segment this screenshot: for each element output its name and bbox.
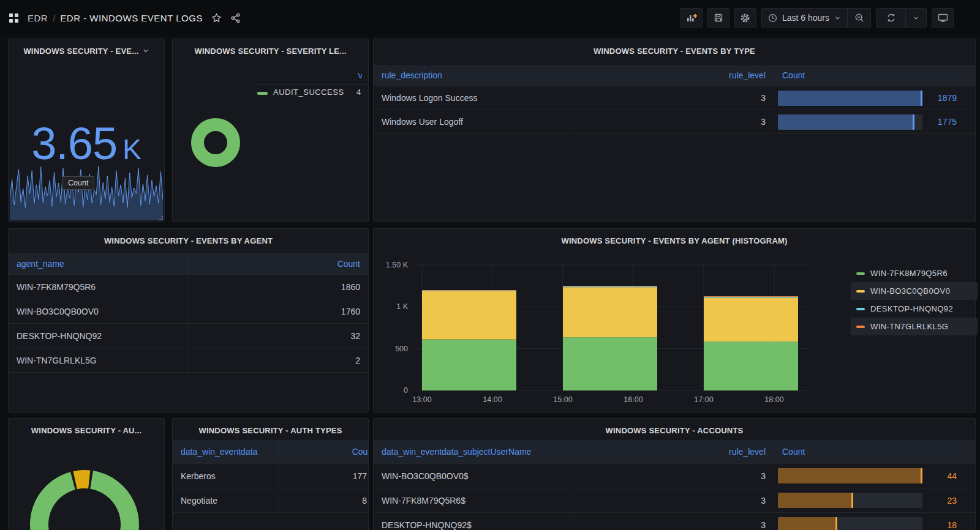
time-range-label: Last 6 hours — [782, 13, 829, 23]
panel-title[interactable]: WINDOWS SECURITY - AUTH TYPES — [173, 419, 368, 442]
accounts-table: data_win_eventdata_subjectUserNamerule_l… — [374, 440, 975, 530]
toolbar: Last 6 hours — [680, 8, 954, 28]
breadcrumb-app[interactable]: EDR — [28, 13, 48, 23]
table-cell: Windows User Logoff — [374, 110, 573, 133]
panel-title[interactable]: WINDOWS SECURITY - EVE... — [9, 39, 164, 62]
table-cell: 32 — [189, 324, 368, 348]
histogram-bar-segment — [422, 291, 516, 340]
table-cell: Windows Logon Success — [374, 86, 573, 110]
bar-gauge-cap — [913, 114, 914, 130]
legend-label: WIN-TN7GLRLKL5G — [870, 322, 948, 331]
legend-header[interactable]: Value — [358, 71, 362, 80]
top-navigation-bar: EDR / EDR - WINDOWS EVENT LOGS — [0, 0, 980, 36]
axis-tick-label: 14:00 — [483, 395, 502, 404]
refresh-button[interactable] — [876, 9, 905, 27]
panel-title[interactable]: WINDOWS SECURITY - EVENTS BY TYPE — [374, 39, 975, 62]
zoom-out-time-button[interactable] — [848, 9, 870, 27]
share-icon[interactable] — [230, 13, 241, 23]
legend-swatch — [856, 308, 865, 310]
legend-swatch — [856, 326, 865, 328]
table-header-row: data_win_eventdataCount — [173, 440, 368, 464]
column-header[interactable]: agent_name — [9, 253, 189, 274]
refresh-controls — [876, 8, 927, 28]
legend-item[interactable]: DESKTOP-HNQNQ92 — [851, 300, 978, 318]
legend-label[interactable]: AUDIT_SUCCESS — [273, 88, 344, 97]
table-row: WIN-7FK8M79Q5R61860 — [9, 275, 368, 299]
dashboard-settings-button[interactable] — [734, 8, 756, 28]
column-header[interactable]: Count — [774, 65, 975, 86]
bar-gauge-track — [778, 468, 922, 483]
axis-tick-label: 1.50 K — [386, 261, 409, 269]
panel-windows-security-severity-levels: WINDOWS SECURITY - SEVERITY LE... Value … — [172, 39, 369, 222]
auth-types-table: data_win_eventdataCountKerberos177Negoti… — [173, 440, 368, 513]
table-cell: WIN-7FK8M79Q5R6 — [9, 275, 189, 299]
breadcrumb-separator: / — [53, 13, 55, 23]
kiosk-mode-button[interactable] — [932, 8, 954, 28]
legend-item[interactable]: WIN-BO3C0QB0OV0 — [851, 282, 978, 300]
panel-title-text: WINDOWS SECURITY - EVENTS BY TYPE — [594, 47, 755, 56]
panel-title[interactable]: WINDOWS SECURITY - ACCOUNTS — [374, 419, 975, 442]
cell-text: 3 — [761, 117, 766, 127]
donut-slice — [198, 125, 234, 161]
table-cell: DESKTOP-HNQNQ92 — [9, 324, 189, 348]
dashboards-grid-icon[interactable] — [9, 13, 19, 23]
breadcrumb-dashboard-title[interactable]: EDR - WINDOWS EVENT LOGS — [60, 13, 203, 23]
bar-gauge-cell: 1879 — [774, 86, 975, 110]
table-row: Negotiate8 — [173, 488, 368, 513]
column-header[interactable]: rule_level — [573, 65, 774, 86]
legend-value: 4 — [356, 88, 361, 97]
histogram-bar-segment — [704, 297, 798, 342]
panel-title[interactable]: WINDOWS SECURITY - SEVERITY LE... — [173, 39, 368, 62]
table-cell: WIN-BO3C0QB0OV0$ — [374, 464, 573, 488]
time-range-picker[interactable]: Last 6 hours — [762, 9, 847, 27]
column-header-label: agent_name — [17, 259, 64, 269]
table-row: Windows Logon Success31879 — [374, 86, 975, 110]
legend-label: WIN-7FK8M79Q5R6 — [870, 269, 948, 278]
chevron-down-icon — [913, 15, 919, 21]
cell-text: DESKTOP-HNQNQ92 — [17, 331, 102, 341]
tooltip: Count — [62, 176, 94, 190]
column-header[interactable]: Count — [189, 253, 368, 274]
refresh-interval-dropdown[interactable] — [906, 9, 926, 27]
legend-item[interactable]: WIN-7FK8M79Q5R6 — [851, 264, 978, 282]
bar-gauge-fill — [778, 114, 914, 130]
panel-windows-security-events-by-agent: WINDOWS SECURITY - EVENTS BY AGENT agent… — [8, 228, 369, 412]
legend-label: DESKTOP-HNQNQ92 — [870, 304, 953, 313]
cell-text: 177 — [353, 471, 367, 481]
legend-item[interactable]: WIN-TN7GLRLKL5G — [851, 318, 978, 335]
favorite-star-icon[interactable] — [211, 13, 222, 23]
panel-windows-security-events-by-type: WINDOWS SECURITY - EVENTS BY TYPE rule_d… — [373, 39, 976, 222]
table-cell: Kerberos — [173, 464, 279, 488]
table-cell: 177 — [279, 464, 368, 488]
histogram-bar-segment — [422, 340, 516, 390]
bar-gauge-fill — [778, 468, 922, 483]
column-header[interactable]: Count — [774, 440, 975, 463]
cell-text: 8 — [362, 496, 367, 506]
histogram-bar-segment — [563, 287, 657, 337]
column-header[interactable]: rule_level — [573, 440, 774, 463]
bar-gauge-cap — [921, 468, 922, 483]
add-panel-button[interactable] — [680, 8, 703, 28]
panel-title[interactable]: WINDOWS SECURITY - AU... — [9, 419, 164, 442]
bar-gauge-fill — [778, 517, 837, 530]
severity-legend: Value AUDIT_SUCCESS 4 — [253, 67, 362, 103]
cell-value: 18 — [922, 520, 957, 530]
resize-handle[interactable] — [157, 215, 163, 220]
column-header[interactable]: data_win_eventdata — [173, 440, 279, 463]
column-header-label: rule_level — [729, 447, 766, 457]
column-header[interactable]: Count — [279, 440, 368, 463]
column-header[interactable]: data_win_eventdata_subjectUserName — [374, 440, 573, 463]
cell-text: DESKTOP-HNQNQ92$ — [382, 520, 472, 530]
panel-menu-caret-icon[interactable] — [142, 47, 149, 54]
cell-text: WIN-BO3C0QB0OV0 — [17, 307, 99, 316]
save-dashboard-button[interactable] — [707, 8, 729, 28]
axis-tick-label: 0 — [404, 386, 408, 395]
panel-title-text: WINDOWS SECURITY - AU... — [31, 426, 141, 435]
table-row: DESKTOP-HNQNQ92$318 — [374, 513, 975, 530]
table-header-row: agent_nameCount — [9, 253, 368, 275]
bar-gauge-cell: 18 — [774, 513, 975, 530]
column-header[interactable]: rule_description — [374, 65, 573, 86]
panel-title[interactable]: WINDOWS SECURITY - EVENTS BY AGENT — [9, 229, 368, 252]
bar-gauge-cap — [851, 493, 853, 508]
histogram-bar-segment — [563, 337, 657, 390]
